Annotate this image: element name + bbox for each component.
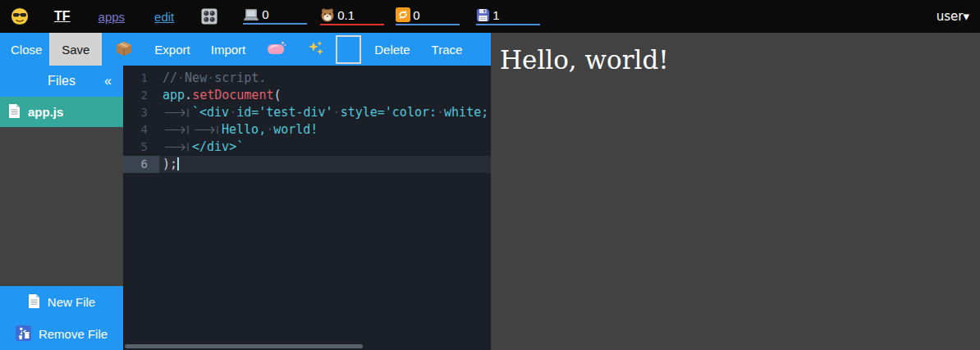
stat-value: 0: [262, 8, 268, 20]
new-file-icon: [28, 293, 40, 311]
line-number: 2: [123, 87, 159, 104]
horizontal-scrollbar[interactable]: [123, 343, 491, 350]
line-number: 4: [123, 121, 159, 139]
stat-hamster-field[interactable]: 0.1: [320, 7, 384, 25]
stat-value: 0.1: [337, 9, 355, 21]
sparkles-icon[interactable]: [308, 40, 324, 59]
files-sidebar: Files « app.js: [0, 66, 123, 350]
hamster-icon: [320, 7, 335, 22]
floppy-disk-icon: [476, 8, 490, 22]
code-line[interactable]: 5</div>`: [123, 139, 491, 156]
remove-file-button[interactable]: Remove File: [0, 318, 123, 350]
code-line-text: app.setDocument(: [159, 87, 282, 104]
line-number: 1: [123, 70, 159, 87]
scrollbar-thumb[interactable]: [125, 344, 363, 348]
line-number: 5: [123, 139, 159, 156]
code-line[interactable]: 2app.setDocument(: [123, 87, 491, 104]
import-button[interactable]: Import: [211, 43, 246, 57]
new-file-label: New File: [48, 295, 95, 309]
code-line-text: </div>`: [159, 139, 244, 156]
stat-cpu-field[interactable]: 0: [243, 8, 307, 25]
file-icon: [8, 103, 21, 121]
control-knobs-icon[interactable]: [201, 8, 218, 25]
stat-value: 1: [492, 9, 499, 21]
laptop-icon: [243, 8, 259, 21]
line-number: 3: [123, 104, 159, 121]
package-icon[interactable]: [115, 39, 133, 60]
remove-file-label: Remove File: [39, 327, 108, 341]
code-line[interactable]: 1//·New·script.: [123, 70, 491, 87]
files-title: Files: [48, 74, 76, 89]
export-button[interactable]: Export: [154, 43, 190, 57]
text-cursor: [177, 157, 179, 170]
user-menu[interactable]: user▾: [936, 9, 969, 24]
topbar: TF apps edit 0: [0, 0, 980, 33]
line-number: 6: [123, 156, 159, 173]
toolbar: Close Save Export Import: [0, 33, 491, 66]
app-root: TF apps edit 0: [0, 0, 980, 350]
brand-link[interactable]: TF: [54, 9, 71, 24]
collapse-sidebar-button[interactable]: «: [104, 74, 112, 89]
apps-link[interactable]: apps: [98, 10, 126, 24]
sidebar-actions: New File Remove File: [0, 286, 123, 350]
code-line-text: );: [159, 156, 179, 173]
refresh-icon: [396, 7, 410, 22]
stat-value: 0: [413, 9, 419, 21]
new-file-button[interactable]: New File: [0, 286, 123, 318]
code-line[interactable]: 6);: [123, 156, 491, 173]
preview-text: Hello, world!: [500, 45, 980, 75]
sidebar-spacer: [0, 127, 123, 286]
preview-pane: Hello, world!: [491, 33, 980, 350]
soap-icon[interactable]: [267, 40, 286, 58]
code-line[interactable]: 3`<div·id='test-div'·style='color:·white…: [123, 104, 491, 121]
file-item-appjs[interactable]: app.js: [0, 97, 123, 127]
stat-refresh-field[interactable]: 0: [396, 7, 460, 25]
empty-box-button[interactable]: [336, 35, 361, 64]
code-editor[interactable]: 1//·New·script.2app.setDocument(3`<div·i…: [123, 66, 491, 350]
save-button[interactable]: Save: [49, 33, 102, 66]
code-line-text: //·New·script.: [159, 70, 266, 87]
files-header: Files «: [0, 66, 123, 97]
delete-button[interactable]: Delete: [374, 43, 410, 57]
trace-button[interactable]: Trace: [432, 43, 463, 57]
stat-storage-field[interactable]: 1: [476, 8, 540, 25]
code-line[interactable]: 4Hello,·world!: [123, 121, 491, 139]
edit-link[interactable]: edit: [154, 10, 174, 24]
sunglasses-face-icon[interactable]: [11, 7, 29, 25]
code-lines: 1//·New·script.2app.setDocument(3`<div·i…: [123, 66, 491, 173]
file-name: app.js: [28, 105, 63, 119]
close-button[interactable]: Close: [11, 43, 42, 57]
code-line-text: `<div·id='test-div'·style='color:·white;…: [159, 104, 491, 121]
code-line-text: Hello,·world!: [159, 121, 318, 139]
litter-bin-icon: [16, 325, 31, 343]
